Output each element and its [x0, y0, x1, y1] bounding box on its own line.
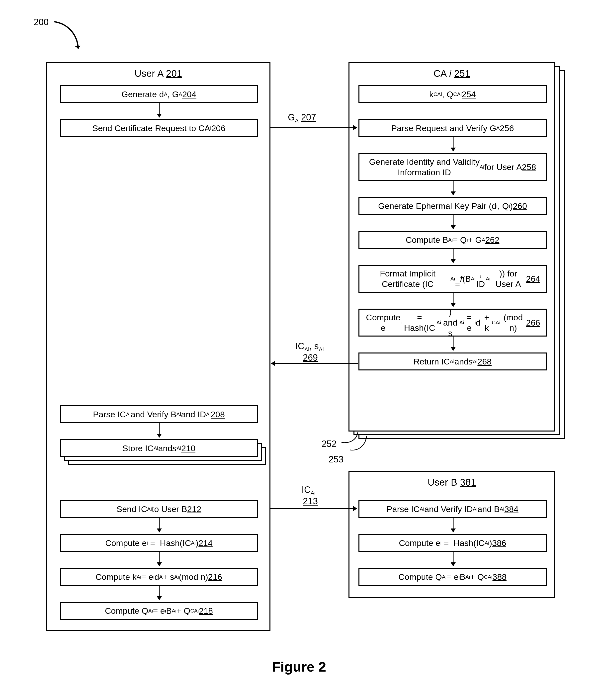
step-218: Compute QAi = eiBAi + QCAi 218 — [60, 602, 258, 620]
panel-user-a: User A 201 Generate dA, GA 204 Send Cert… — [46, 62, 271, 631]
arrow-384-386 — [451, 517, 456, 533]
step-268: Return ICAi and sAi 268 — [358, 352, 547, 371]
step-208: Parse ICAi and Verify BAi and IDAi 208 — [60, 405, 258, 423]
arrow-266-268 — [451, 335, 456, 351]
arrow-214-216 — [157, 551, 162, 567]
label-213-top: ICAi — [302, 484, 316, 497]
label-253: 253 — [328, 454, 344, 465]
step-216: Compute kAi = eidA + sAi (mod n) 216 — [60, 568, 258, 586]
arrow-262-264 — [451, 248, 456, 264]
arrow-206-256 — [271, 125, 358, 130]
step-262: Compute BAi = Qi + GA 262 — [358, 231, 547, 249]
step-204: Generate dA, GA 204 — [60, 85, 258, 103]
step-206: Send Certificate Request to CAi 206 — [60, 119, 258, 137]
step-210: Store ICAi and sAi 210 — [60, 439, 258, 457]
step-256: Parse Request and Verify GA 256 — [358, 119, 547, 137]
step-388: Compute QAi = eiBAi + QCAi 388 — [358, 568, 547, 586]
label-207: GA 207 — [288, 112, 316, 124]
arrow-256-258 — [451, 136, 456, 152]
arrow-264-266 — [451, 292, 456, 308]
step-258: Generate Identity and ValidityInformatio… — [358, 153, 547, 181]
arrow-204-206 — [157, 102, 162, 118]
panel-user-b: User B 381 Parse ICAi and Verify IDAi an… — [348, 471, 555, 598]
label-269-top: ICAi, sAi — [295, 341, 324, 353]
label-213-bot: 213 — [303, 496, 318, 507]
arrow-216-218 — [157, 585, 162, 601]
arrow-208-210 — [157, 422, 162, 438]
step-254: kCAi, QCAi 254 — [358, 85, 547, 103]
arrow-212-214 — [157, 517, 162, 533]
figure-caption: Figure 2 — [0, 658, 598, 676]
step-264: Format Implicit Certificate (ICAi= f(BAi… — [358, 265, 547, 293]
panel-ca-i: CA i 251 kCAi, QCAi 254 Parse Request an… — [348, 62, 555, 431]
step-384: Parse ICAi and Verify IDAi and BAi 384 — [358, 500, 547, 518]
arrow-258-260 — [451, 180, 456, 196]
diagram-canvas: 200 User A 201 Generate dA, GA 204 Send … — [0, 0, 598, 700]
label-252: 252 — [322, 438, 337, 449]
panel-user-b-title: User B 381 — [349, 477, 554, 489]
arrow-212-384 — [271, 506, 358, 511]
label-269-bot: 269 — [303, 352, 318, 363]
arrow-260-262 — [451, 214, 456, 230]
step-214: Compute ei = Hash(ICAi) 214 — [60, 534, 258, 552]
arrow-386-388 — [451, 551, 456, 567]
stack-leader-253 — [350, 435, 393, 455]
step-212: Send ICAi to User B 212 — [60, 500, 258, 518]
panel-ca-i-title: CA i 251 — [349, 68, 554, 80]
figure-swoosh-icon — [52, 19, 87, 54]
step-386: Compute ei = Hash(ICAi) 386 — [358, 534, 547, 552]
step-260: Generate Ephermal Key Pair (di, Qi) 260 — [358, 197, 547, 215]
step-266: Compute ei = Hash(ICAi)and sAi = eidi + … — [358, 309, 547, 336]
figure-number: 200 — [34, 17, 49, 28]
panel-user-a-title: User A 201 — [47, 68, 270, 80]
